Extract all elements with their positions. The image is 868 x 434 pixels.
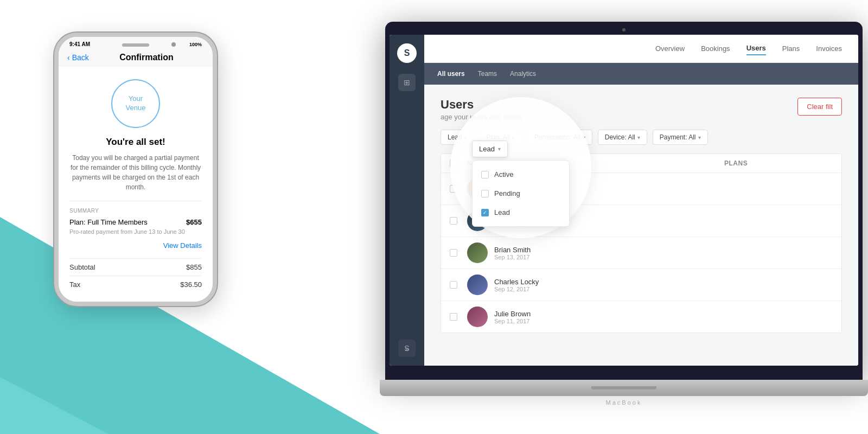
subtotal-value: $855 <box>186 263 202 271</box>
sidebar-logo[interactable]: S <box>397 43 417 63</box>
user-date-3: Sep 12, 2017 <box>494 286 539 292</box>
tax-row: Tax $36.50 <box>69 276 202 293</box>
laptop-screen: S ⊞ S » Overview Bookings Users Plans In… <box>385 22 863 380</box>
tax-value: $36.50 <box>180 280 202 289</box>
laptop-mockup: S ⊞ S » Overview Bookings Users Plans In… <box>380 22 868 407</box>
user-name-date-4: Julie Brown Sep 11, 2017 <box>494 310 531 324</box>
phone-mockup: 9:41 AM 100% ‹ Back Confirmation YourVen… <box>54 33 239 306</box>
lead-filter-label: Lead <box>479 145 495 153</box>
back-label[interactable]: Back <box>72 53 89 62</box>
sub-nav-teams[interactable]: Teams <box>478 70 497 78</box>
phone-content: YourVenue You're all set! Today you will… <box>59 66 213 302</box>
venue-circle: YourVenue <box>111 79 160 128</box>
row-checkbox-1[interactable] <box>450 217 457 225</box>
dropdown-label-pending: Pending <box>494 189 520 197</box>
checkbox-pending[interactable] <box>481 190 489 197</box>
nav-item-bookings[interactable]: Bookings <box>701 42 730 55</box>
row-checkbox-3[interactable] <box>450 281 457 289</box>
divider <box>69 201 202 201</box>
app-main: Overview Bookings Users Plans Invoices A… <box>424 35 858 366</box>
laptop-notch <box>591 386 656 390</box>
nav-item-overview[interactable]: Overview <box>655 42 685 55</box>
laptop-camera-dot <box>622 28 626 31</box>
filter-device-arrow: ▾ <box>637 135 640 141</box>
app-sidebar: S ⊞ S » <box>390 35 424 366</box>
clear-filter-button[interactable]: Clear filt <box>797 98 842 116</box>
dropdown-item-pending[interactable]: Pending <box>473 184 569 203</box>
table-row: Charles Locky Sep 12, 2017 <box>441 269 841 301</box>
user-name-date-2: Brian Smith Sep 13, 2017 <box>494 246 531 260</box>
laptop-brand-label: MacBook <box>606 399 642 406</box>
filter-payment-label: Payment: All <box>660 133 696 141</box>
filter-device[interactable]: Device: All ▾ <box>598 130 647 145</box>
prorate-text: Pro-rated payment from June 13 to June 3… <box>69 228 202 235</box>
lead-dropdown-overlay: Lead ▾ Active Pending <box>472 141 508 157</box>
sub-nav: All users Teams Analytics <box>424 63 858 85</box>
user-info-3: Charles Locky Sep 12, 2017 <box>467 275 724 295</box>
user-name-4[interactable]: Julie Brown <box>494 310 531 318</box>
laptop-display: S ⊞ S » Overview Bookings Users Plans In… <box>390 35 858 366</box>
nav-item-users[interactable]: Users <box>746 42 766 55</box>
plan-price: $655 <box>186 218 202 226</box>
phone-camera <box>171 42 176 47</box>
user-name-date-3: Charles Locky Sep 12, 2017 <box>494 278 539 292</box>
sidebar-icon-home[interactable]: ⊞ <box>398 74 416 91</box>
phone-signal: 9:41 AM <box>69 41 90 47</box>
lead-filter-button[interactable]: Lead ▾ <box>472 141 508 157</box>
dropdown-item-lead[interactable]: ✓ Lead <box>473 203 569 222</box>
row-checkbox-4[interactable] <box>450 313 457 321</box>
avatar-brian-smith <box>467 242 488 263</box>
avatar-julie-brown <box>467 307 488 327</box>
user-date-2: Sep 13, 2017 <box>494 254 531 260</box>
back-button[interactable]: ‹ Back <box>67 53 89 62</box>
lead-dropdown-menu: Active Pending ✓ Lead <box>472 160 570 227</box>
avatar-charles-locky <box>467 275 488 295</box>
filter-payment-arrow: ▾ <box>698 135 701 141</box>
view-details-link[interactable]: View Details <box>69 241 202 250</box>
phone-nav-bar: ‹ Back Confirmation <box>59 49 213 66</box>
sidebar-expand-icon[interactable]: » <box>398 344 416 355</box>
back-chevron-icon: ‹ <box>67 53 70 62</box>
table-row: Julie Brown Sep 11, 2017 <box>441 301 841 333</box>
phone-battery: 100% <box>189 42 202 47</box>
sub-nav-analytics[interactable]: Analytics <box>510 70 536 78</box>
laptop-camera-bar <box>390 28 858 31</box>
confirmation-description: Today you will be charged a partial paym… <box>69 153 202 192</box>
phone-battery-pct: 100% <box>189 42 202 47</box>
plan-row: Plan: Full Time Members $655 <box>69 218 202 226</box>
tax-label: Tax <box>69 280 80 289</box>
checkbox-active[interactable] <box>481 171 489 178</box>
table-row: Brian Smith Sep 13, 2017 <box>441 237 841 269</box>
row-checkbox-2[interactable] <box>450 249 457 257</box>
user-info-2: Brian Smith Sep 13, 2017 <box>467 242 724 263</box>
summary-label: SUMMARY <box>69 208 202 214</box>
phone-screen-title: Confirmation <box>89 53 204 62</box>
dropdown-label-lead: Lead <box>494 208 510 216</box>
subtotal-label: Subtotal <box>69 263 95 271</box>
nav-item-invoices[interactable]: Invoices <box>816 42 842 55</box>
top-nav: Overview Bookings Users Plans Invoices <box>424 35 858 63</box>
user-name-2[interactable]: Brian Smith <box>494 246 531 254</box>
lead-filter-arrow-icon: ▾ <box>498 146 501 152</box>
user-date-4: Sep 11, 2017 <box>494 318 531 324</box>
subtotal-row: Subtotal $855 <box>69 258 202 276</box>
dropdown-item-active[interactable]: Active <box>473 165 569 184</box>
nav-item-plans[interactable]: Plans <box>782 42 800 55</box>
filter-payment[interactable]: Payment: All ▾ <box>653 130 708 145</box>
filter-device-label: Device: All <box>605 133 635 141</box>
sub-nav-all-users[interactable]: All users <box>437 70 465 78</box>
dropdown-label-active: Active <box>494 170 513 178</box>
plan-name: Plan: Full Time Members <box>69 218 148 226</box>
user-info-4: Julie Brown Sep 11, 2017 <box>467 307 724 327</box>
phone-time: 9:41 AM <box>69 41 90 47</box>
user-name-3[interactable]: Charles Locky <box>494 278 539 286</box>
confirmation-heading: You're all set! <box>106 137 165 148</box>
phone-speaker <box>122 43 149 47</box>
checkbox-lead[interactable]: ✓ <box>481 209 489 216</box>
col-plans-header: Plans <box>724 159 833 167</box>
laptop-base <box>380 380 868 396</box>
